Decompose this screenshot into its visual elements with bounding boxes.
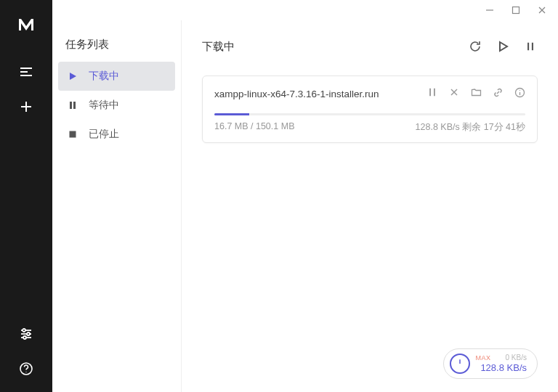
svg-rect-14	[513, 7, 519, 14]
sidebar-title: 任务列表	[65, 38, 175, 52]
titlebar	[52, 0, 558, 20]
sidebar-item-waiting[interactable]: 等待中	[58, 91, 175, 120]
help-button[interactable]	[12, 354, 41, 383]
svg-rect-19	[70, 131, 76, 138]
sidebar-item-downloading[interactable]: 下载中	[58, 62, 175, 91]
minimize-button[interactable]	[485, 6, 494, 15]
sidebar-item-label: 已停止	[89, 128, 119, 141]
task-progress-fill	[214, 113, 249, 115]
settings-button[interactable]	[12, 319, 41, 348]
svg-point-6	[23, 329, 25, 332]
svg-rect-17	[70, 102, 72, 109]
pause-icon	[67, 101, 78, 110]
task-link-button[interactable]	[492, 86, 504, 98]
task-folder-button[interactable]	[470, 86, 482, 98]
speed-indicator[interactable]: MAX 0 KB/s 128.8 KB/s	[443, 348, 538, 379]
resume-all-button[interactable]	[496, 39, 510, 54]
svg-rect-18	[73, 102, 76, 109]
menu-button[interactable]	[12, 57, 41, 86]
svg-point-8	[27, 332, 30, 335]
stop-icon	[67, 130, 78, 139]
svg-point-12	[25, 372, 26, 372]
task-size-text: 16.7 MB / 150.1 MB	[214, 121, 294, 134]
svg-point-10	[23, 336, 26, 339]
add-task-button[interactable]	[12, 92, 41, 121]
gauge-icon	[450, 354, 470, 374]
svg-line-29	[458, 359, 462, 364]
task-delete-button[interactable]	[448, 86, 460, 98]
sidebar: 任务列表 下载中 等待中 已停止	[52, 20, 182, 392]
content-area: 下载中 xampp-linux-x64-7.3.16-1-installer.r…	[182, 20, 558, 392]
sidebar-item-label: 等待中	[89, 99, 119, 112]
svg-point-28	[519, 89, 519, 90]
header-actions	[468, 39, 538, 54]
task-pause-button[interactable]	[426, 86, 438, 98]
pause-all-button[interactable]	[523, 39, 538, 54]
task-actions	[426, 86, 525, 103]
refresh-button[interactable]	[468, 39, 482, 54]
content-header: 下载中	[202, 33, 538, 60]
speed-text: MAX 0 KB/s 128.8 KB/s	[476, 353, 527, 375]
app-logo	[17, 15, 35, 37]
sidebar-item-stopped[interactable]: 已停止	[58, 120, 175, 149]
download-speed: 128.8 KB/s	[476, 362, 527, 375]
content-title: 下载中	[202, 40, 468, 54]
upload-speed: 0 KB/s	[506, 353, 527, 362]
sidebar-item-label: 下载中	[89, 70, 119, 83]
task-filename: xampp-linux-x64-7.3.16-1-installer.run	[214, 86, 426, 103]
play-icon	[67, 72, 78, 81]
task-status-text: 128.8 KB/s 剩余 17分 41秒	[416, 121, 525, 134]
speed-max-label: MAX	[476, 354, 491, 363]
app-rail	[0, 0, 52, 392]
download-task[interactable]: xampp-linux-x64-7.3.16-1-installer.run 1…	[202, 75, 538, 143]
maximize-button[interactable]	[512, 6, 520, 15]
task-progress-bar	[214, 113, 525, 115]
close-button[interactable]	[538, 6, 546, 15]
task-info-button[interactable]	[514, 86, 525, 98]
